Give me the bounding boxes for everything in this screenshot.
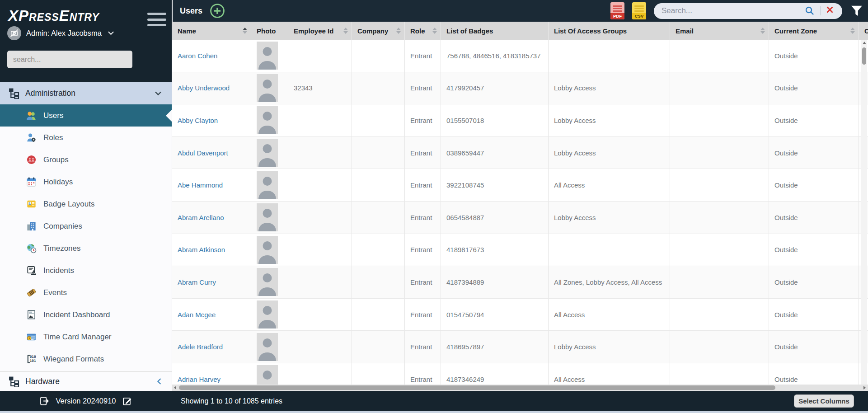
users-icon xyxy=(26,110,37,121)
user-photo xyxy=(257,236,278,264)
sidebar-item-events[interactable]: Events xyxy=(0,282,172,304)
chevron-down-icon xyxy=(155,91,162,96)
wiegand-icon: 010101 xyxy=(26,354,37,364)
scroll-up-arrow[interactable] xyxy=(861,40,867,46)
cell-employee-id xyxy=(288,299,352,331)
export-pdf-button[interactable]: PDF xyxy=(610,2,624,19)
pdf-label: PDF xyxy=(610,13,624,19)
logout-icon[interactable] xyxy=(39,396,50,406)
column-header-name[interactable]: Name xyxy=(172,22,251,40)
column-header-company[interactable]: Company xyxy=(352,22,405,40)
user-photo xyxy=(257,171,278,199)
csv-file-lines xyxy=(634,5,644,11)
cell-photo xyxy=(251,169,288,201)
section-label: Hardware xyxy=(25,377,60,386)
add-user-button[interactable] xyxy=(210,3,225,19)
user-name-link[interactable]: Abe Hammond xyxy=(178,181,223,189)
column-header-current-zone[interactable]: Current Zone xyxy=(769,22,859,40)
column-label: List Of Access Groups xyxy=(554,27,627,35)
user-name-link[interactable]: Abby Clayton xyxy=(178,117,218,124)
scroll-right-arrow[interactable] xyxy=(861,385,868,391)
sidebar-item-holidays[interactable]: Holidays xyxy=(0,171,172,193)
user-name-link[interactable]: Adele Bradford xyxy=(178,343,223,351)
cell-access-groups: Lobby Access xyxy=(549,137,670,169)
vertical-scrollbar[interactable] xyxy=(861,40,867,385)
groups-icon xyxy=(26,155,37,165)
cell-photo xyxy=(251,363,288,385)
sidebar-section-administration[interactable]: Administration xyxy=(0,82,172,104)
cell-name: Adrian Harvey xyxy=(172,363,251,385)
cell-email xyxy=(670,137,769,169)
topbar: Users PDF CSV xyxy=(172,0,868,22)
column-header-email[interactable]: Email xyxy=(670,22,769,40)
user-name-link[interactable]: Abdul Davenport xyxy=(178,149,228,157)
sidebar-section-hardware[interactable]: Hardware xyxy=(0,371,172,391)
column-header-photo: Photo xyxy=(251,22,288,40)
svg-text:010: 010 xyxy=(30,355,36,359)
table-row: Abram ArellanoEntrant0654584887Lobby Acc… xyxy=(172,202,868,234)
admin-menu[interactable]: Admin: Alex Jacobsma xyxy=(7,25,114,41)
chevron-left-icon xyxy=(157,378,162,385)
cell-access-groups: All Access xyxy=(549,169,670,201)
sidebar-item-incidents[interactable]: Incidents xyxy=(0,259,172,282)
cell-email xyxy=(670,72,769,104)
sidebar-item-incident-dashboard[interactable]: Incident Dashboard xyxy=(0,304,172,326)
table-row: Adan McgeeEntrant0154750794All AccessOut… xyxy=(172,299,868,331)
vertical-scroll-thumb[interactable] xyxy=(862,47,866,65)
events-icon xyxy=(26,287,37,298)
sidebar-item-users[interactable]: Users xyxy=(0,104,172,127)
horizontal-scrollbar[interactable] xyxy=(172,385,868,391)
table-search-input[interactable] xyxy=(656,6,804,15)
cell-name: Adan Mcgee xyxy=(172,299,251,331)
cell-current-zone: Outside xyxy=(769,331,859,363)
edit-version-icon[interactable] xyxy=(122,396,132,406)
sidebar-item-time-card-manager[interactable]: Time Card Manager xyxy=(0,326,172,348)
cell-current-zone: Outside xyxy=(769,363,859,385)
sidebar-search-input[interactable] xyxy=(7,51,132,68)
cell-badges: 0654584887 xyxy=(441,202,549,234)
sort-arrows-icon xyxy=(848,28,855,34)
cell-photo xyxy=(251,137,288,169)
user-name-link[interactable]: Aaron Cohen xyxy=(178,52,217,60)
select-columns-button[interactable]: Select Columns xyxy=(794,394,854,408)
user-photo xyxy=(257,203,278,231)
scroll-left-arrow[interactable] xyxy=(172,385,178,391)
sidebar-item-wiegand-formats[interactable]: 010101Wiegand Formats xyxy=(0,348,172,370)
cell-company xyxy=(352,266,405,298)
cell-role: Entrant xyxy=(405,234,441,266)
sidebar-item-badge-layouts[interactable]: Badge Layouts xyxy=(0,193,172,215)
sidebar-item-groups[interactable]: Groups xyxy=(0,149,172,171)
user-name-link[interactable]: Abram Arellano xyxy=(178,214,224,221)
user-name-link[interactable]: Adrian Harvey xyxy=(178,375,221,383)
cell-photo xyxy=(251,72,288,104)
export-csv-button[interactable]: CSV xyxy=(632,2,646,19)
badge-layouts-icon xyxy=(26,199,37,209)
column-header-employee-id[interactable]: Employee Id xyxy=(288,22,352,40)
cell-email xyxy=(670,234,769,266)
horizontal-scroll-thumb[interactable] xyxy=(179,385,775,390)
sidebar-item-roles[interactable]: Roles xyxy=(0,127,172,149)
section-label: Administration xyxy=(25,89,75,98)
column-header-role[interactable]: Role xyxy=(405,22,441,40)
user-name-link[interactable]: Abby Underwood xyxy=(178,84,230,92)
table-row: Abram CurryEntrant4187394889All Zones, L… xyxy=(172,266,868,299)
sidebar-item-companies[interactable]: Companies xyxy=(0,215,172,237)
cell-access-groups xyxy=(549,40,670,72)
search-icon[interactable] xyxy=(804,5,815,16)
cell-company xyxy=(352,104,405,136)
user-name-link[interactable]: Abram Curry xyxy=(178,278,216,286)
user-name-link[interactable]: Abram Atkinson xyxy=(178,246,225,253)
cell-badges: 3922108745 xyxy=(441,169,549,201)
cell-role: Entrant xyxy=(405,266,441,298)
filter-icon[interactable] xyxy=(850,4,863,18)
user-name-link[interactable]: Adan Mcgee xyxy=(178,311,216,319)
cell-access-groups: Lobby Access xyxy=(549,331,670,363)
table-body: Aaron CohenEntrant756788, 4846516, 41831… xyxy=(172,40,868,385)
cell-access-groups: All Access xyxy=(549,299,670,331)
clear-search-icon[interactable] xyxy=(826,5,836,16)
column-label: Company xyxy=(357,27,388,35)
cell-access-groups: Lobby Access xyxy=(549,104,670,136)
menu-toggle-icon[interactable] xyxy=(147,13,167,26)
sidebar-item-timezones[interactable]: Timezones xyxy=(0,237,172,259)
cell-company xyxy=(352,72,405,104)
